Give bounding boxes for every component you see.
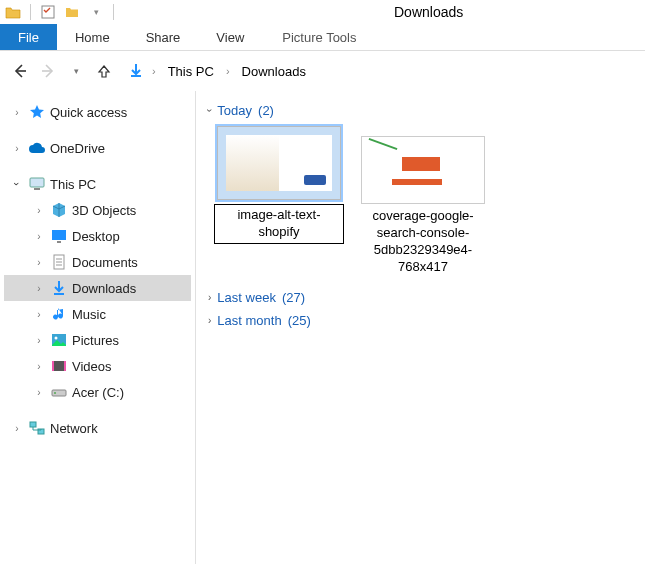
file-items: image-alt-text-shopify coverage-google-s… xyxy=(214,126,633,276)
svg-rect-2 xyxy=(34,188,40,190)
group-name: Today xyxy=(217,103,252,118)
chevron-down-icon[interactable]: › xyxy=(10,177,24,191)
chevron-right-icon[interactable]: › xyxy=(32,281,46,295)
tree-onedrive[interactable]: › OneDrive xyxy=(4,135,191,161)
tree-label: Acer (C:) xyxy=(72,385,124,400)
tree-network[interactable]: › Network xyxy=(4,415,191,441)
tree-label: Music xyxy=(72,307,106,322)
tree-desktop[interactable]: › Desktop xyxy=(4,223,191,249)
tree-label: Quick access xyxy=(50,105,127,120)
group-name: Last week xyxy=(217,290,276,305)
svg-point-12 xyxy=(54,392,56,394)
group-header-last-week[interactable]: › Last week (27) xyxy=(208,290,633,305)
cube-icon xyxy=(50,201,68,219)
svg-rect-9 xyxy=(52,361,54,371)
svg-rect-1 xyxy=(30,178,44,187)
nav-bar: ▾ › This PC › Downloads xyxy=(0,51,645,91)
desktop-icon xyxy=(50,227,68,245)
file-name-edit[interactable]: image-alt-text-shopify xyxy=(214,204,344,244)
breadcrumb[interactable]: › This PC › Downloads xyxy=(128,62,310,81)
svg-rect-10 xyxy=(64,361,66,371)
title-bar: ▾ xyxy=(0,0,645,24)
tree-label: This PC xyxy=(50,177,96,192)
tree-quick-access[interactable]: › Quick access xyxy=(4,99,191,125)
chevron-right-icon[interactable]: › xyxy=(10,421,24,435)
chevron-right-icon[interactable]: › xyxy=(32,255,46,269)
tree-3d-objects[interactable]: › 3D Objects xyxy=(4,197,191,223)
svg-rect-13 xyxy=(30,422,36,427)
chevron-right-icon[interactable]: › xyxy=(148,65,160,77)
tree-label: Downloads xyxy=(72,281,136,296)
disk-icon xyxy=(50,383,68,401)
tree-label: Network xyxy=(50,421,98,436)
music-icon xyxy=(50,305,68,323)
qat-dropdown-icon[interactable]: ▾ xyxy=(87,3,105,21)
chevron-right-icon[interactable]: › xyxy=(32,359,46,373)
nav-up-button[interactable] xyxy=(92,59,116,83)
nav-forward-button[interactable] xyxy=(36,59,60,83)
download-arrow-icon xyxy=(128,62,144,81)
pictures-icon xyxy=(50,331,68,349)
star-icon xyxy=(28,103,46,121)
nav-recent-dropdown[interactable]: ▾ xyxy=(64,59,88,83)
breadcrumb-item-downloads[interactable]: Downloads xyxy=(238,62,310,81)
network-icon xyxy=(28,419,46,437)
ribbon-tab-home[interactable]: Home xyxy=(57,24,128,50)
videos-icon xyxy=(50,357,68,375)
group-count: (25) xyxy=(288,313,311,328)
chevron-right-icon[interactable]: › xyxy=(32,307,46,321)
chevron-right-icon[interactable]: › xyxy=(32,385,46,399)
quick-access-toolbar: ▾ xyxy=(4,3,116,21)
body-area: › Quick access › OneDrive › This PC › 3D xyxy=(0,91,645,564)
breadcrumb-item-this-pc[interactable]: This PC xyxy=(164,62,218,81)
ribbon-file-tab[interactable]: File xyxy=(0,24,57,50)
file-thumbnail[interactable] xyxy=(217,126,341,200)
tree-label: Pictures xyxy=(72,333,119,348)
file-name: coverage-google-search-console-5dbb23293… xyxy=(358,208,488,276)
tree-music[interactable]: › Music xyxy=(4,301,191,327)
chevron-right-icon[interactable]: › xyxy=(10,105,24,119)
chevron-right-icon[interactable]: › xyxy=(208,292,211,303)
group-count: (2) xyxy=(258,103,274,118)
chevron-down-icon[interactable]: › xyxy=(204,109,215,112)
ribbon-tab-picture-tools[interactable]: Picture Tools xyxy=(268,24,370,50)
ribbon-tab-view[interactable]: View xyxy=(198,24,262,50)
download-icon xyxy=(50,279,68,297)
chevron-right-icon[interactable]: › xyxy=(32,333,46,347)
svg-rect-3 xyxy=(52,230,66,240)
tree-downloads[interactable]: › Downloads xyxy=(4,275,191,301)
tree-documents[interactable]: › Documents xyxy=(4,249,191,275)
group-header-today[interactable]: › Today (2) xyxy=(208,103,633,118)
file-item[interactable]: coverage-google-search-console-5dbb23293… xyxy=(358,126,488,276)
content-pane[interactable]: › Today (2) image-alt-text-shopify cover… xyxy=(196,91,645,564)
qat-divider-2 xyxy=(113,4,114,20)
svg-rect-4 xyxy=(57,241,61,243)
tree-pictures[interactable]: › Pictures xyxy=(4,327,191,353)
svg-rect-0 xyxy=(42,6,54,18)
ribbon-tab-share[interactable]: Share xyxy=(128,24,199,50)
folder-small-icon[interactable] xyxy=(63,3,81,21)
chevron-right-icon[interactable]: › xyxy=(32,229,46,243)
nav-back-button[interactable] xyxy=(8,59,32,83)
tree-label: Documents xyxy=(72,255,138,270)
qat-divider xyxy=(30,4,31,20)
chevron-right-icon[interactable]: › xyxy=(10,141,24,155)
chevron-right-icon[interactable]: › xyxy=(208,315,211,326)
file-item[interactable]: image-alt-text-shopify xyxy=(214,126,344,276)
svg-rect-8 xyxy=(52,361,66,371)
group-header-last-month[interactable]: › Last month (25) xyxy=(208,313,633,328)
tree-this-pc[interactable]: › This PC xyxy=(4,171,191,197)
properties-icon[interactable] xyxy=(39,3,57,21)
tree-label: OneDrive xyxy=(50,141,105,156)
group-count: (27) xyxy=(282,290,305,305)
nav-tree: › Quick access › OneDrive › This PC › 3D xyxy=(0,91,195,564)
tree-videos[interactable]: › Videos xyxy=(4,353,191,379)
group-name: Last month xyxy=(217,313,281,328)
chevron-right-icon[interactable]: › xyxy=(32,203,46,217)
tree-acer-c[interactable]: › Acer (C:) xyxy=(4,379,191,405)
folder-icon[interactable] xyxy=(4,3,22,21)
chevron-right-icon[interactable]: › xyxy=(222,65,234,77)
cloud-icon xyxy=(28,139,46,157)
file-thumbnail[interactable] xyxy=(361,136,485,204)
window-title: Downloads xyxy=(386,0,471,24)
